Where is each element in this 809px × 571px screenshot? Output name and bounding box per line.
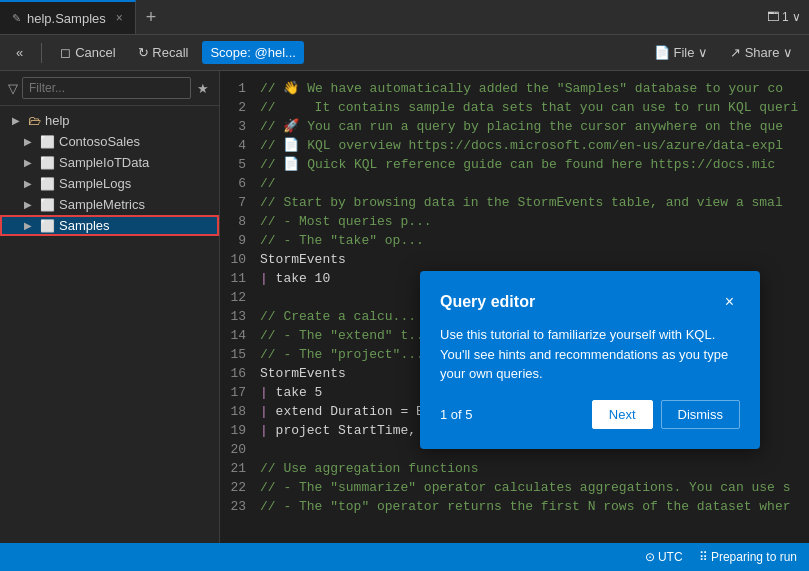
tab-close-button[interactable]: × bbox=[116, 11, 123, 25]
folder-icon: 🗁 bbox=[28, 113, 41, 128]
expand-icon-1: ▶ bbox=[20, 136, 36, 147]
chevrons-icon: « bbox=[16, 45, 23, 60]
cancel-button[interactable]: ◻ Cancel bbox=[52, 41, 123, 64]
cancel-icon: ◻ bbox=[60, 45, 71, 60]
scope-button[interactable]: Scope: @hel... bbox=[202, 41, 303, 64]
expand-icon: ▶ bbox=[8, 115, 24, 126]
query-editor-popup: Query editor × Use this tutorial to fami… bbox=[420, 271, 760, 449]
tree-container: ▶ 🗁 help ▶ ⬜ ContosoSales ▶ ⬜ SampleIoTD… bbox=[0, 106, 219, 543]
table-icon-2: ⬜ bbox=[40, 156, 55, 170]
bookmark-icon[interactable]: ★ bbox=[195, 79, 211, 98]
tab-icon: ✎ bbox=[12, 12, 21, 25]
tree-label-4: SampleMetrics bbox=[59, 197, 145, 212]
chevrons-button[interactable]: « bbox=[8, 41, 31, 64]
tree-root-help[interactable]: ▶ 🗁 help bbox=[0, 110, 219, 131]
popup-buttons: Next Dismiss bbox=[592, 400, 740, 429]
table-icon-5: ⬜ bbox=[40, 219, 55, 233]
tree-label-5: Samples bbox=[59, 218, 110, 233]
toolbar: « ◻ Cancel ↻ Recall Scope: @hel... 📄 Fil… bbox=[0, 35, 809, 71]
next-button[interactable]: Next bbox=[592, 400, 653, 429]
editor-area[interactable]: 1234567891011121314151617181920212223 //… bbox=[220, 71, 809, 543]
utc-indicator: ⊙ UTC bbox=[645, 550, 683, 564]
expand-icon-2: ▶ bbox=[20, 157, 36, 168]
recall-button[interactable]: ↻ Recall bbox=[130, 41, 197, 64]
filter-input[interactable] bbox=[22, 77, 191, 99]
popup-body: Use this tutorial to familiarize yoursel… bbox=[440, 325, 740, 384]
popup-close-button[interactable]: × bbox=[719, 291, 740, 313]
active-tab[interactable]: ✎ help.Samples × bbox=[0, 0, 136, 34]
expand-icon-3: ▶ bbox=[20, 178, 36, 189]
popup-title: Query editor bbox=[440, 293, 535, 311]
tab-bar: ✎ help.Samples × + 🗔 1 ∨ bbox=[0, 0, 809, 35]
filter-funnel-icon: ▽ bbox=[8, 81, 18, 96]
table-icon-1: ⬜ bbox=[40, 135, 55, 149]
preparing-indicator: ⠿ Preparing to run bbox=[699, 550, 797, 564]
tree-label-3: SampleLogs bbox=[59, 176, 131, 191]
share-button[interactable]: ↗ Share ∨ bbox=[722, 41, 801, 64]
tree-item-samplelogs[interactable]: ▶ ⬜ SampleLogs bbox=[0, 173, 219, 194]
sidebar: ▽ ★ ▶ 🗁 help ▶ ⬜ ContosoSales ▶ ⬜ Sample… bbox=[0, 71, 220, 543]
dismiss-button[interactable]: Dismiss bbox=[661, 400, 741, 429]
popup-counter: 1 of 5 bbox=[440, 407, 473, 422]
tree-item-sampleiotdata[interactable]: ▶ ⬜ SampleIoTData bbox=[0, 152, 219, 173]
tree-item-contososales[interactable]: ▶ ⬜ ContosoSales bbox=[0, 131, 219, 152]
status-bar: ⊙ UTC ⠿ Preparing to run bbox=[0, 543, 809, 571]
tab-controls: 🗔 1 ∨ bbox=[767, 10, 809, 24]
file-icon: 📄 bbox=[654, 45, 670, 60]
table-icon-4: ⬜ bbox=[40, 198, 55, 212]
file-button[interactable]: 📄 File ∨ bbox=[646, 41, 717, 64]
expand-icon-5: ▶ bbox=[20, 220, 36, 231]
table-icon-3: ⬜ bbox=[40, 177, 55, 191]
tab-label: help.Samples bbox=[27, 11, 106, 26]
tree-item-samplemetrics[interactable]: ▶ ⬜ SampleMetrics bbox=[0, 194, 219, 215]
toolbar-separator-1 bbox=[41, 43, 42, 63]
tree-item-samples[interactable]: ▶ ⬜ Samples bbox=[0, 215, 219, 236]
filter-bar: ▽ ★ bbox=[0, 71, 219, 106]
expand-icon-4: ▶ bbox=[20, 199, 36, 210]
popup-header: Query editor × bbox=[440, 291, 740, 313]
tree-root-label: help bbox=[45, 113, 70, 128]
main-area: ▽ ★ ▶ 🗁 help ▶ ⬜ ContosoSales ▶ ⬜ Sample… bbox=[0, 71, 809, 543]
tree-label-2: SampleIoTData bbox=[59, 155, 149, 170]
new-tab-button[interactable]: + bbox=[136, 7, 167, 28]
popup-footer: 1 of 5 Next Dismiss bbox=[440, 400, 740, 429]
line-numbers: 1234567891011121314151617181920212223 bbox=[220, 71, 252, 543]
tree-label-1: ContosoSales bbox=[59, 134, 140, 149]
